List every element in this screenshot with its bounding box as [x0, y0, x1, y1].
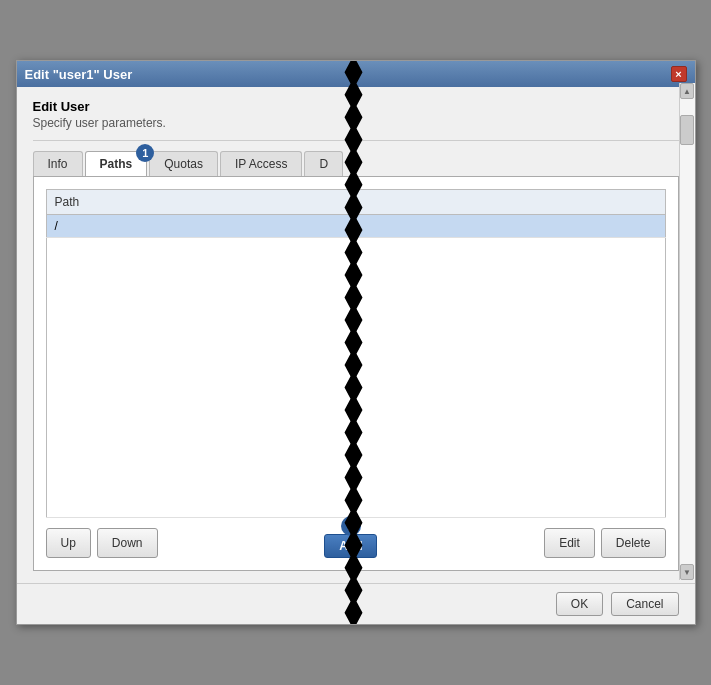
tab-d[interactable]: D	[304, 151, 343, 176]
dialog-title: Edit "user1" User	[25, 67, 133, 82]
separator	[33, 140, 679, 141]
tab-bar: Info Paths 1 Quotas IP Access D	[33, 151, 679, 176]
scrollbar[interactable]: ▲ ▼	[679, 83, 695, 580]
delete-button[interactable]: Delete	[601, 528, 666, 558]
scroll-thumb[interactable]	[680, 115, 694, 145]
empty-rows	[46, 238, 665, 518]
add-button-badge: 2	[341, 516, 361, 536]
paths-table: Path /	[46, 189, 666, 518]
ok-button[interactable]: OK	[556, 592, 603, 616]
down-button[interactable]: Down	[97, 528, 158, 558]
tab-paths[interactable]: Paths 1	[85, 151, 148, 176]
tab-ip-access[interactable]: IP Access	[220, 151, 302, 176]
paths-tab-panel: Path / Up Down 2 Add	[33, 176, 679, 571]
dialog-footer: OK Cancel	[17, 583, 695, 624]
close-button[interactable]: ×	[671, 66, 687, 82]
action-buttons: Up Down 2 Add Edit Delete	[46, 528, 666, 558]
title-bar: Edit "user1" User ×	[17, 61, 695, 87]
dialog-body: Edit User Specify user parameters. Info …	[17, 87, 695, 583]
tab-quotas[interactable]: Quotas	[149, 151, 218, 176]
add-button[interactable]: Add	[324, 534, 377, 558]
section-subtitle: Specify user parameters.	[33, 116, 679, 130]
add-button-wrapper: 2 Add	[164, 528, 539, 558]
path-cell: /	[46, 215, 665, 238]
edit-user-dialog: Edit "user1" User × Edit User Specify us…	[16, 60, 696, 625]
table-row[interactable]: /	[46, 215, 665, 238]
path-column-header: Path	[46, 190, 665, 215]
edit-button[interactable]: Edit	[544, 528, 595, 558]
cancel-button[interactable]: Cancel	[611, 592, 678, 616]
section-title: Edit User	[33, 99, 679, 114]
tab-info[interactable]: Info	[33, 151, 83, 176]
up-button[interactable]: Up	[46, 528, 91, 558]
